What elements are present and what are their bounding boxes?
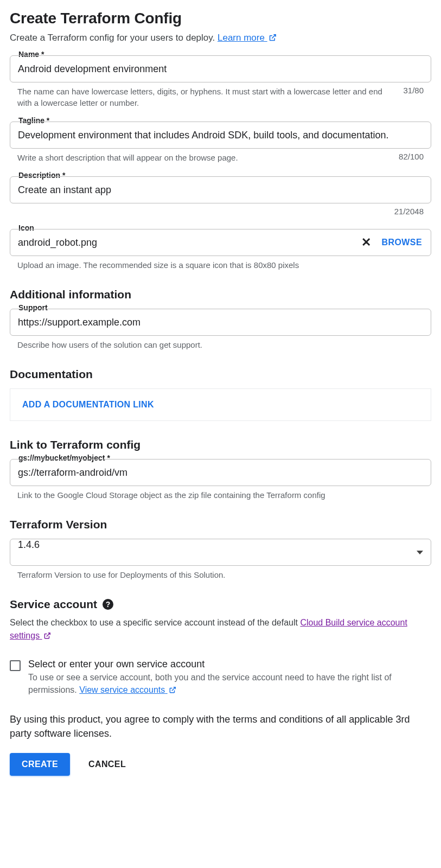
tfversion-heading: Terraform Version [10, 518, 431, 531]
page-title: Create Terraform Config [10, 10, 431, 27]
name-input[interactable] [10, 56, 431, 82]
description-input[interactable] [10, 177, 431, 203]
icon-helper: Upload an image. The recommended size is… [17, 259, 299, 271]
close-icon[interactable]: ✕ [358, 235, 374, 250]
name-counter: 31/80 [403, 86, 424, 95]
external-link-icon [269, 34, 277, 44]
view-service-accounts-label: View service accounts [79, 685, 165, 694]
icon-input[interactable] [10, 237, 350, 248]
cancel-button[interactable]: CANCEL [85, 759, 129, 770]
browse-button[interactable]: BROWSE [382, 238, 422, 247]
tagline-counter: 82/100 [399, 152, 424, 161]
tfversion-helper: Terraform Version to use for Deployments… [17, 569, 226, 580]
support-input[interactable] [10, 309, 431, 335]
tfconfig-input[interactable] [10, 459, 431, 486]
svc-desc-text: Select the checkbox to use a specific se… [10, 618, 300, 627]
tagline-helper: Write a short description that will appe… [17, 152, 238, 163]
chevron-down-icon [417, 551, 423, 554]
support-helper: Describe how users of the solution can g… [17, 339, 202, 350]
own-service-account-checkbox[interactable] [10, 660, 21, 671]
tfconfig-heading: Link to Terraform config [10, 438, 431, 451]
external-link-icon [169, 685, 176, 697]
tagline-input[interactable] [10, 122, 431, 148]
tfconfig-helper: Link to the Google Cloud Storage object … [17, 489, 325, 501]
service-account-description: Select the checkbox to use a specific se… [10, 616, 431, 643]
agreement-text: By using this product, you agree to comp… [10, 712, 431, 741]
external-link-icon [43, 630, 51, 643]
add-documentation-link-button[interactable]: ADD A DOCUMENTATION LINK [22, 400, 154, 409]
learn-more-link[interactable]: Learn more [218, 33, 277, 43]
documentation-heading: Documentation [10, 368, 431, 381]
view-service-accounts-link[interactable]: View service accounts [79, 685, 176, 694]
name-helper: The name can have lowercase letters, dig… [17, 86, 392, 108]
intro-text-content: Create a Terraform config for your users… [10, 33, 218, 43]
create-button[interactable]: CREATE [10, 753, 70, 776]
additional-info-heading: Additional information [10, 288, 431, 301]
documentation-box: ADD A DOCUMENTATION LINK [10, 388, 431, 421]
description-counter: 21/2048 [394, 207, 424, 216]
intro-text: Create a Terraform config for your users… [10, 33, 431, 44]
own-service-account-label: Select or enter your own service account [28, 659, 431, 670]
tfversion-value: 1.4.6 [10, 539, 412, 565]
service-account-heading: Service account [10, 598, 97, 611]
tfversion-select[interactable]: 1.4.6 [10, 539, 431, 566]
own-service-account-sublabel: To use or see a service account, both yo… [28, 671, 431, 697]
help-icon[interactable]: ? [103, 599, 113, 610]
learn-more-label: Learn more [218, 33, 265, 43]
